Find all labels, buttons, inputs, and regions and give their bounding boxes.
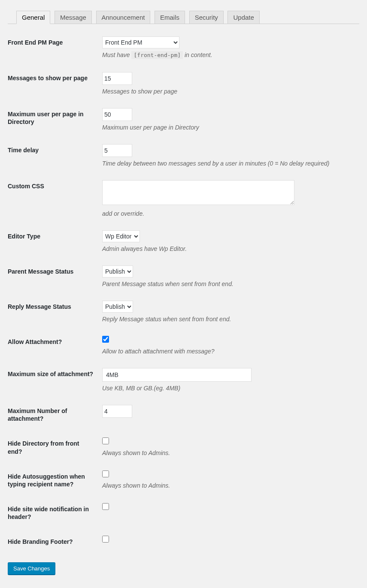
reply-status-select[interactable]: Publish xyxy=(102,301,133,313)
hide-autosuggest-checkbox[interactable] xyxy=(102,470,109,477)
tab-general[interactable]: General xyxy=(16,11,50,24)
hide-autosuggest-label: Hide Autosuggestion when typing recipien… xyxy=(8,464,98,497)
reply-status-desc: Reply Message status when sent from fron… xyxy=(102,315,355,323)
max-num-label: Maximum Number of attachment? xyxy=(8,398,98,431)
hide-dir-label: Hide Directory from front end? xyxy=(8,431,98,464)
max-size-desc: Use KB, MB or GB.(eg. 4MB) xyxy=(102,384,355,392)
editor-type-label: Editor Type xyxy=(8,224,98,259)
settings-table: Front End PM Page Front End PM Must have… xyxy=(8,30,359,555)
pm-page-select[interactable]: Front End PM xyxy=(102,36,179,48)
editor-type-desc: Admin alwayes have Wp Editor. xyxy=(102,245,355,253)
users-per-page-label: Maximum user per page in Directory xyxy=(8,102,98,138)
tab-security[interactable]: Security xyxy=(189,11,224,24)
max-size-input[interactable] xyxy=(102,368,252,382)
tab-message[interactable]: Message xyxy=(55,11,92,24)
allow-attach-checkbox[interactable] xyxy=(102,336,109,343)
max-size-label: Maximum size of attachment? xyxy=(8,362,98,398)
hide-branding-checkbox[interactable] xyxy=(102,536,109,543)
tab-emails[interactable]: Emails xyxy=(155,11,185,24)
hide-notification-checkbox[interactable] xyxy=(102,503,109,510)
msgs-per-page-label: Messages to show per page xyxy=(8,66,98,102)
custom-css-desc: add or override. xyxy=(102,210,355,217)
editor-type-select[interactable]: Wp Editor xyxy=(102,230,140,242)
parent-status-select[interactable]: Publish xyxy=(102,265,133,277)
hide-branding-label: Hide Branding Footer? xyxy=(8,529,98,554)
allow-attach-label: Allow Attachment? xyxy=(8,329,98,361)
hide-notification-label: Hide site wide notification in header? xyxy=(8,497,98,529)
save-changes-button[interactable]: Save Changes xyxy=(8,562,55,575)
settings-tabs: General Message Announcement Emails Secu… xyxy=(8,0,359,24)
tab-announcement[interactable]: Announcement xyxy=(96,11,151,24)
time-delay-input[interactable] xyxy=(102,144,132,157)
hide-autosuggest-desc: Always shown to Admins. xyxy=(102,482,355,489)
users-per-page-desc: Maximum user per page in Directory xyxy=(102,124,355,131)
msgs-per-page-desc: Messages to show per page xyxy=(102,87,355,95)
reply-status-label: Reply Message Status xyxy=(8,294,98,329)
tab-update[interactable]: Update xyxy=(227,11,259,24)
msgs-per-page-input[interactable] xyxy=(102,72,132,85)
custom-css-label: Custom CSS xyxy=(8,174,98,223)
parent-status-desc: Parent Message status when sent from fro… xyxy=(102,280,355,288)
users-per-page-input[interactable] xyxy=(102,108,132,121)
allow-attach-desc: Allow to attach attachment with message? xyxy=(102,347,355,355)
time-delay-desc: Time delay between two messages send by … xyxy=(102,160,355,167)
hide-dir-checkbox[interactable] xyxy=(102,437,109,444)
time-delay-label: Time delay xyxy=(8,138,98,174)
parent-status-label: Parent Message Status xyxy=(8,259,98,294)
max-num-input[interactable] xyxy=(102,405,132,418)
hide-dir-desc: Always shown to Admins. xyxy=(102,449,355,457)
custom-css-textarea[interactable] xyxy=(102,180,294,205)
pm-page-label: Front End PM Page xyxy=(8,30,98,66)
pm-page-desc: Must have [front-end-pm] in content. xyxy=(102,51,355,59)
